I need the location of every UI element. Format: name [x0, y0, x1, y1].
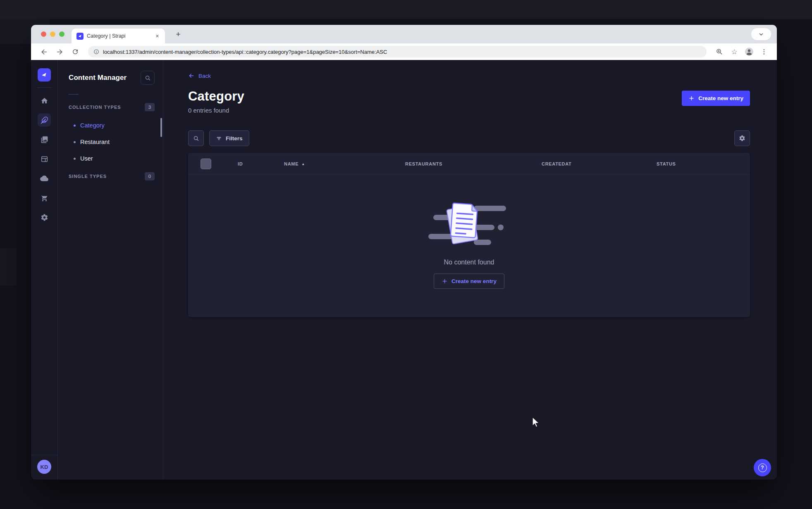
arrow-left-icon [188, 72, 195, 79]
nav-content-manager-icon[interactable] [38, 113, 51, 127]
main-content: Back Category 0 entries found Create new… [163, 60, 777, 480]
no-content-illustration [426, 199, 513, 249]
page-info-icon[interactable] [93, 49, 99, 55]
tab-search-button[interactable] [751, 28, 771, 40]
create-new-entry-label: Create new entry [698, 95, 743, 101]
panel-scrollbar[interactable] [160, 118, 162, 137]
bullet-icon [74, 125, 76, 127]
address-bar[interactable]: localhost:1337/admin/content-manager/col… [88, 46, 707, 58]
nav-home-icon[interactable] [38, 94, 51, 107]
filter-icon [216, 135, 222, 142]
empty-create-new-entry-button[interactable]: Create new entry [434, 274, 504, 289]
tab-title: Category | Strapi [87, 33, 150, 39]
entries-count: 0 entries found [188, 107, 244, 114]
desktop-menubar [0, 0, 812, 19]
sidebar-item-label: Category [80, 122, 105, 129]
back-link[interactable]: Back [188, 72, 211, 79]
forward-button[interactable] [53, 46, 66, 58]
bullet-icon [74, 158, 76, 160]
view-settings-button[interactable] [734, 130, 750, 146]
empty-state-message: No content found [444, 259, 494, 266]
panel-search-button[interactable] [141, 71, 155, 85]
single-types-count-badge: 0 [145, 172, 155, 180]
column-header-createdat: CREATEDAT [542, 161, 572, 166]
panel-title: Content Manager [69, 74, 127, 82]
gear-icon [739, 135, 745, 142]
desktop-background-shape [0, 248, 17, 286]
empty-create-new-entry-label: Create new entry [451, 278, 497, 284]
bullet-icon [74, 141, 76, 143]
bookmark-star-icon[interactable]: ☆ [728, 46, 740, 58]
nav-content-type-builder-icon[interactable] [38, 152, 51, 166]
user-avatar[interactable]: KD [37, 460, 51, 474]
nav-settings-icon[interactable] [38, 211, 51, 224]
strapi-logo[interactable] [38, 68, 51, 82]
reload-button[interactable] [69, 46, 81, 58]
plus-icon [442, 278, 448, 284]
window-controls [41, 31, 64, 37]
entries-table: ID NAME ▲ RESTAURANTS CREATEDAT STATUS [188, 153, 750, 317]
sidebar-item-user[interactable]: User [69, 150, 155, 167]
sidebar-item-restaurant[interactable]: Restaurant [69, 134, 155, 150]
mouse-cursor [530, 416, 541, 429]
url-text: localhost:1337/admin/content-manager/col… [103, 49, 387, 55]
browser-toolbar: localhost:1337/admin/content-manager/col… [31, 43, 777, 60]
nav-media-library-icon[interactable] [38, 133, 51, 146]
sidebar-item-label: User [80, 155, 93, 162]
filters-button[interactable]: Filters [209, 130, 249, 146]
column-header-status: STATUS [657, 161, 676, 166]
divider [31, 455, 57, 455]
browser-actions: ☆ ⋮ [713, 46, 770, 58]
browser-profile-avatar[interactable] [743, 46, 755, 58]
help-button[interactable]: ? [754, 459, 771, 476]
collection-types-count-badge: 3 [145, 103, 155, 111]
empty-state: No content found Create new entry [188, 175, 750, 289]
nav-cloud-icon[interactable] [38, 172, 51, 185]
sidebar-item-label: Restaurant [80, 139, 110, 145]
column-header-id[interactable]: ID [238, 161, 243, 166]
close-window-button[interactable] [41, 31, 46, 37]
nav-marketplace-icon[interactable] [38, 191, 51, 204]
browser-tab[interactable]: Category | Strapi ✕ [72, 29, 165, 43]
collection-types-label: COLLECTION TYPES [69, 105, 121, 110]
back-button[interactable] [38, 46, 50, 58]
back-label: Back [198, 73, 211, 79]
select-all-checkbox[interactable] [201, 158, 211, 169]
plus-icon [688, 95, 695, 101]
browser-window: Category | Strapi ✕ + localhost:1337/adm… [31, 25, 777, 480]
divider [37, 87, 51, 88]
main-navigation-rail: KD [31, 60, 58, 480]
sidebar-item-category[interactable]: Category [69, 117, 155, 134]
search-icon [193, 135, 199, 142]
chevron-down-icon [758, 31, 764, 37]
minimize-window-button[interactable] [50, 31, 55, 37]
sort-ascending-icon: ▲ [301, 162, 305, 166]
help-icon: ? [758, 463, 767, 472]
column-header-restaurants: RESTAURANTS [405, 161, 442, 166]
strapi-favicon [76, 33, 84, 40]
create-new-entry-button[interactable]: Create new entry [682, 91, 750, 106]
column-header-name[interactable]: NAME ▲ [284, 161, 305, 166]
search-button[interactable] [188, 130, 204, 146]
tab-close-icon[interactable]: ✕ [154, 33, 161, 40]
single-types-label: SINGLE TYPES [69, 174, 107, 179]
table-header-row: ID NAME ▲ RESTAURANTS CREATEDAT STATUS [188, 153, 750, 175]
browser-menu-icon[interactable]: ⋮ [758, 46, 770, 58]
new-tab-button[interactable]: + [172, 29, 184, 40]
divider [69, 94, 79, 95]
zoom-icon[interactable] [713, 46, 726, 58]
strapi-admin: KD Content Manager COLLECTION TYPES 3 Ca… [31, 60, 777, 480]
content-manager-panel: Content Manager COLLECTION TYPES 3 Categ… [58, 60, 163, 480]
maximize-window-button[interactable] [59, 31, 64, 37]
filters-label: Filters [226, 135, 243, 142]
page-title: Category [188, 89, 244, 104]
browser-tab-bar: Category | Strapi ✕ + [31, 25, 777, 43]
